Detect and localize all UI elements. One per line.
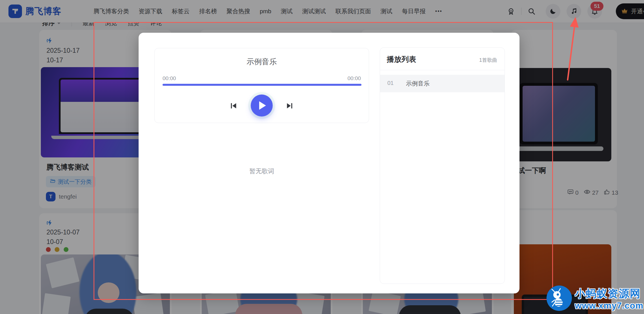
site-watermark: 小蚂蚁资源网 www.xmy7.com xyxy=(546,285,643,312)
screenshot-canvas: 排序 最新 浏览 点赞 评论 2025-10-17 10-17 腾飞博客测试 xyxy=(0,0,644,314)
playlist-title: 播放列表 xyxy=(387,54,416,64)
playlist-panel: 播放列表 1首歌曲 01 示例音乐 xyxy=(380,47,505,284)
lyrics-placeholder: 暂无歌词 xyxy=(154,167,369,175)
playlist-count: 1首歌曲 xyxy=(479,57,497,63)
track-index: 01 xyxy=(387,80,394,86)
progress-bar[interactable] xyxy=(163,84,361,86)
playlist-track-row[interactable]: 01 示例音乐 xyxy=(380,75,505,92)
playlist-header: 播放列表 1首歌曲 xyxy=(380,48,505,70)
next-track-icon[interactable] xyxy=(285,101,294,110)
previous-track-icon[interactable] xyxy=(229,101,238,110)
track-title: 示例音乐 xyxy=(155,57,369,67)
watermark-url: www.xmy7.com xyxy=(575,301,643,311)
current-time: 00:00 xyxy=(163,75,176,82)
total-time: 00:00 xyxy=(347,75,361,82)
player-panel: 示例音乐 00:00 00:00 xyxy=(154,48,369,123)
player-controls xyxy=(155,95,369,117)
play-icon xyxy=(259,101,266,110)
play-button[interactable] xyxy=(251,95,273,117)
ant-logo-icon xyxy=(546,285,572,312)
track-name: 示例音乐 xyxy=(406,80,430,87)
music-player-modal: 示例音乐 00:00 00:00 暂无歌词 播放列表 xyxy=(139,33,519,293)
progress-fill xyxy=(163,84,361,86)
watermark-site-name: 小蚂蚁资源网 xyxy=(575,287,643,301)
